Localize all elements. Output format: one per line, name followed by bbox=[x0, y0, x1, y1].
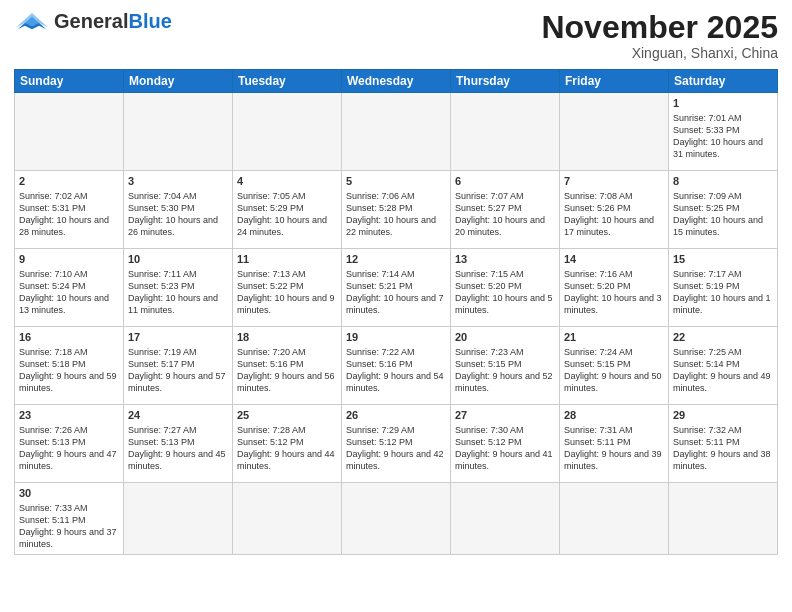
calendar-cell: 12Sunrise: 7:14 AMSunset: 5:21 PMDayligh… bbox=[342, 249, 451, 327]
calendar-cell bbox=[124, 93, 233, 171]
calendar-cell bbox=[560, 93, 669, 171]
day-number: 9 bbox=[19, 252, 119, 267]
month-title: November 2025 bbox=[541, 10, 778, 45]
day-info: Sunrise: 7:17 AMSunset: 5:19 PMDaylight:… bbox=[673, 268, 773, 317]
calendar-week-row: 9Sunrise: 7:10 AMSunset: 5:24 PMDaylight… bbox=[15, 249, 778, 327]
weekday-header: Saturday bbox=[669, 70, 778, 93]
day-number: 16 bbox=[19, 330, 119, 345]
calendar-cell: 10Sunrise: 7:11 AMSunset: 5:23 PMDayligh… bbox=[124, 249, 233, 327]
day-number: 20 bbox=[455, 330, 555, 345]
day-info: Sunrise: 7:28 AMSunset: 5:12 PMDaylight:… bbox=[237, 424, 337, 473]
day-number: 24 bbox=[128, 408, 228, 423]
weekday-header: Wednesday bbox=[342, 70, 451, 93]
day-number: 26 bbox=[346, 408, 446, 423]
day-number: 22 bbox=[673, 330, 773, 345]
day-number: 4 bbox=[237, 174, 337, 189]
calendar-cell: 3Sunrise: 7:04 AMSunset: 5:30 PMDaylight… bbox=[124, 171, 233, 249]
calendar-cell: 4Sunrise: 7:05 AMSunset: 5:29 PMDaylight… bbox=[233, 171, 342, 249]
day-info: Sunrise: 7:20 AMSunset: 5:16 PMDaylight:… bbox=[237, 346, 337, 395]
calendar-cell: 2Sunrise: 7:02 AMSunset: 5:31 PMDaylight… bbox=[15, 171, 124, 249]
logo: GeneralBlue bbox=[14, 10, 172, 33]
day-info: Sunrise: 7:04 AMSunset: 5:30 PMDaylight:… bbox=[128, 190, 228, 239]
day-info: Sunrise: 7:32 AMSunset: 5:11 PMDaylight:… bbox=[673, 424, 773, 473]
day-number: 1 bbox=[673, 96, 773, 111]
day-info: Sunrise: 7:13 AMSunset: 5:22 PMDaylight:… bbox=[237, 268, 337, 317]
day-number: 12 bbox=[346, 252, 446, 267]
day-info: Sunrise: 7:02 AMSunset: 5:31 PMDaylight:… bbox=[19, 190, 119, 239]
day-number: 8 bbox=[673, 174, 773, 189]
calendar-cell: 30Sunrise: 7:33 AMSunset: 5:11 PMDayligh… bbox=[15, 483, 124, 554]
calendar-week-row: 1Sunrise: 7:01 AMSunset: 5:33 PMDaylight… bbox=[15, 93, 778, 171]
day-info: Sunrise: 7:07 AMSunset: 5:27 PMDaylight:… bbox=[455, 190, 555, 239]
calendar-cell: 18Sunrise: 7:20 AMSunset: 5:16 PMDayligh… bbox=[233, 327, 342, 405]
calendar-week-row: 30Sunrise: 7:33 AMSunset: 5:11 PMDayligh… bbox=[15, 483, 778, 554]
calendar-cell: 20Sunrise: 7:23 AMSunset: 5:15 PMDayligh… bbox=[451, 327, 560, 405]
day-number: 28 bbox=[564, 408, 664, 423]
calendar-week-row: 2Sunrise: 7:02 AMSunset: 5:31 PMDaylight… bbox=[15, 171, 778, 249]
day-number: 17 bbox=[128, 330, 228, 345]
calendar-cell bbox=[451, 93, 560, 171]
day-info: Sunrise: 7:30 AMSunset: 5:12 PMDaylight:… bbox=[455, 424, 555, 473]
day-info: Sunrise: 7:27 AMSunset: 5:13 PMDaylight:… bbox=[128, 424, 228, 473]
day-number: 6 bbox=[455, 174, 555, 189]
day-info: Sunrise: 7:31 AMSunset: 5:11 PMDaylight:… bbox=[564, 424, 664, 473]
day-number: 19 bbox=[346, 330, 446, 345]
page: GeneralBlue November 2025 Xinguan, Shanx… bbox=[0, 0, 792, 612]
calendar-cell: 11Sunrise: 7:13 AMSunset: 5:22 PMDayligh… bbox=[233, 249, 342, 327]
day-info: Sunrise: 7:19 AMSunset: 5:17 PMDaylight:… bbox=[128, 346, 228, 395]
day-number: 14 bbox=[564, 252, 664, 267]
day-info: Sunrise: 7:26 AMSunset: 5:13 PMDaylight:… bbox=[19, 424, 119, 473]
day-number: 27 bbox=[455, 408, 555, 423]
day-info: Sunrise: 7:09 AMSunset: 5:25 PMDaylight:… bbox=[673, 190, 773, 239]
day-info: Sunrise: 7:33 AMSunset: 5:11 PMDaylight:… bbox=[19, 502, 119, 551]
weekday-header: Monday bbox=[124, 70, 233, 93]
calendar-cell: 23Sunrise: 7:26 AMSunset: 5:13 PMDayligh… bbox=[15, 405, 124, 483]
day-info: Sunrise: 7:14 AMSunset: 5:21 PMDaylight:… bbox=[346, 268, 446, 317]
day-info: Sunrise: 7:18 AMSunset: 5:18 PMDaylight:… bbox=[19, 346, 119, 395]
header: GeneralBlue November 2025 Xinguan, Shanx… bbox=[14, 10, 778, 61]
calendar-cell bbox=[560, 483, 669, 554]
day-info: Sunrise: 7:01 AMSunset: 5:33 PMDaylight:… bbox=[673, 112, 773, 161]
calendar-cell: 27Sunrise: 7:30 AMSunset: 5:12 PMDayligh… bbox=[451, 405, 560, 483]
weekday-header-row: SundayMondayTuesdayWednesdayThursdayFrid… bbox=[15, 70, 778, 93]
calendar-cell bbox=[233, 483, 342, 554]
calendar-cell: 22Sunrise: 7:25 AMSunset: 5:14 PMDayligh… bbox=[669, 327, 778, 405]
day-number: 13 bbox=[455, 252, 555, 267]
day-number: 15 bbox=[673, 252, 773, 267]
calendar-cell bbox=[451, 483, 560, 554]
calendar-cell: 5Sunrise: 7:06 AMSunset: 5:28 PMDaylight… bbox=[342, 171, 451, 249]
weekday-header: Friday bbox=[560, 70, 669, 93]
day-number: 3 bbox=[128, 174, 228, 189]
day-number: 2 bbox=[19, 174, 119, 189]
day-info: Sunrise: 7:08 AMSunset: 5:26 PMDaylight:… bbox=[564, 190, 664, 239]
day-number: 11 bbox=[237, 252, 337, 267]
calendar-cell: 7Sunrise: 7:08 AMSunset: 5:26 PMDaylight… bbox=[560, 171, 669, 249]
weekday-header: Tuesday bbox=[233, 70, 342, 93]
calendar-cell: 8Sunrise: 7:09 AMSunset: 5:25 PMDaylight… bbox=[669, 171, 778, 249]
calendar-cell: 21Sunrise: 7:24 AMSunset: 5:15 PMDayligh… bbox=[560, 327, 669, 405]
calendar-cell: 14Sunrise: 7:16 AMSunset: 5:20 PMDayligh… bbox=[560, 249, 669, 327]
calendar-cell: 16Sunrise: 7:18 AMSunset: 5:18 PMDayligh… bbox=[15, 327, 124, 405]
day-number: 7 bbox=[564, 174, 664, 189]
calendar-week-row: 16Sunrise: 7:18 AMSunset: 5:18 PMDayligh… bbox=[15, 327, 778, 405]
day-info: Sunrise: 7:11 AMSunset: 5:23 PMDaylight:… bbox=[128, 268, 228, 317]
calendar-cell: 13Sunrise: 7:15 AMSunset: 5:20 PMDayligh… bbox=[451, 249, 560, 327]
day-number: 25 bbox=[237, 408, 337, 423]
calendar-cell bbox=[15, 93, 124, 171]
calendar-cell: 28Sunrise: 7:31 AMSunset: 5:11 PMDayligh… bbox=[560, 405, 669, 483]
day-info: Sunrise: 7:16 AMSunset: 5:20 PMDaylight:… bbox=[564, 268, 664, 317]
calendar-cell: 1Sunrise: 7:01 AMSunset: 5:33 PMDaylight… bbox=[669, 93, 778, 171]
calendar: SundayMondayTuesdayWednesdayThursdayFrid… bbox=[14, 69, 778, 554]
calendar-cell bbox=[124, 483, 233, 554]
day-info: Sunrise: 7:25 AMSunset: 5:14 PMDaylight:… bbox=[673, 346, 773, 395]
calendar-cell: 9Sunrise: 7:10 AMSunset: 5:24 PMDaylight… bbox=[15, 249, 124, 327]
day-info: Sunrise: 7:06 AMSunset: 5:28 PMDaylight:… bbox=[346, 190, 446, 239]
location: Xinguan, Shanxi, China bbox=[541, 45, 778, 61]
calendar-cell: 6Sunrise: 7:07 AMSunset: 5:27 PMDaylight… bbox=[451, 171, 560, 249]
day-number: 23 bbox=[19, 408, 119, 423]
day-info: Sunrise: 7:15 AMSunset: 5:20 PMDaylight:… bbox=[455, 268, 555, 317]
calendar-cell: 17Sunrise: 7:19 AMSunset: 5:17 PMDayligh… bbox=[124, 327, 233, 405]
day-number: 30 bbox=[19, 486, 119, 501]
day-number: 5 bbox=[346, 174, 446, 189]
calendar-cell: 24Sunrise: 7:27 AMSunset: 5:13 PMDayligh… bbox=[124, 405, 233, 483]
